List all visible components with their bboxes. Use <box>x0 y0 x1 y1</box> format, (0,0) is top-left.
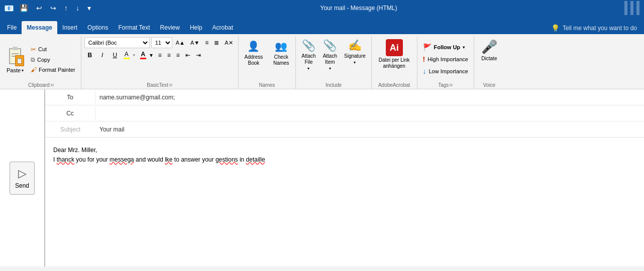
dictate-button[interactable]: 🎤 Dictate <box>477 37 501 63</box>
menu-help[interactable]: Help <box>185 21 207 34</box>
squiggle-lke: lke <box>165 156 172 163</box>
attach-file-button[interactable]: 📎 AttachFile ▾ <box>299 37 318 73</box>
adobe-group-label: AdobeAcrobat <box>378 81 410 88</box>
menu-options[interactable]: Options <box>82 21 113 34</box>
search-label[interactable]: Tell me what you want to do <box>563 25 637 32</box>
app-icon: 📧 <box>4 4 14 13</box>
check-names-button[interactable]: 👥 CheckNames <box>270 37 292 68</box>
subject-row: Subject Your mail <box>45 121 644 138</box>
align-right-btn[interactable]: ≡ <box>174 51 182 60</box>
menu-acrobat[interactable]: Acrobat <box>207 21 238 34</box>
down-quick-btn[interactable]: ↓ <box>73 3 82 13</box>
voice-content: 🎤 Dictate <box>477 37 501 81</box>
basic-text-group-label: BasicText ⧉ <box>147 81 172 88</box>
save-quick-btn[interactable]: 💾 <box>17 3 31 13</box>
body-mid1: you for your <box>74 156 110 163</box>
font-family-select[interactable]: Calibri (Boc <box>84 37 150 48</box>
low-importance-button[interactable]: ↓ Low Importance <box>420 66 471 76</box>
address-book-button[interactable]: 👤 AddressBook <box>242 37 266 68</box>
align-left-btn[interactable]: ≡ <box>156 51 164 60</box>
menu-format-text[interactable]: Format Text <box>113 21 155 34</box>
list-bullet-btn[interactable]: ≡ <box>203 38 210 47</box>
to-row: To <box>45 89 644 105</box>
follow-up-button[interactable]: 🚩 Follow Up ▾ <box>420 42 468 52</box>
ribbon-group-adobe: Ai Datei per Linkanhängen AdobeAcrobat <box>372 36 417 89</box>
address-book-icon: 👤 <box>247 39 261 53</box>
menu-file[interactable]: File <box>2 21 22 34</box>
signature-label: Signature <box>344 53 366 59</box>
body-line1: Dear Mrz. Miller, <box>53 146 636 155</box>
indent-increase-btn[interactable]: ⇥ <box>194 51 203 60</box>
bold-button[interactable]: B <box>84 51 95 60</box>
highlight-dropdown[interactable]: ▾ <box>131 52 137 58</box>
font-grow-btn[interactable]: A▲ <box>174 39 187 47</box>
names-content: 👤 AddressBook 👥 CheckNames <box>242 37 293 81</box>
basic-text-expand-icon[interactable]: ⧉ <box>169 83 172 88</box>
italic-button[interactable]: I <box>97 51 108 60</box>
font-shrink-btn[interactable]: A▼ <box>188 39 201 47</box>
menu-message[interactable]: Message <box>22 21 57 34</box>
align-center-btn[interactable]: ≡ <box>165 51 173 60</box>
paperclip-item-icon: 📎 <box>323 39 337 52</box>
clipboard-group-label: Clipboard ⧉ <box>28 81 54 88</box>
to-input[interactable] <box>95 92 644 103</box>
indent-decrease-btn[interactable]: ⇤ <box>183 51 192 60</box>
undo-quick-btn[interactable]: ↩ <box>34 3 45 13</box>
low-importance-label: Low Importance <box>429 68 468 74</box>
paste-button[interactable]: 📋 Paste ▾ <box>4 43 26 75</box>
arrow-down-importance-icon: ↓ <box>423 67 426 75</box>
ribbon: 📋 Paste ▾ ✂ Cut ⧉ Copy 🖌 Format <box>0 34 644 89</box>
email-body[interactable]: Dear Mrz. Miller, I thanck you for your … <box>45 138 644 173</box>
subject-value[interactable]: Your mail <box>95 124 644 135</box>
ribbon-group-names: 👤 AddressBook 👥 CheckNames Names <box>239 36 296 89</box>
squiggle-gestions: gestions <box>216 156 238 163</box>
adobe-attach-button[interactable]: Ai Datei per Linkanhängen <box>375 37 414 71</box>
voice-group-label: Voice <box>483 81 495 88</box>
title-bar: 📧 💾 ↩ ↪ ↑ ↓ ▾ Your mail - Message (HTML) <box>0 0 644 16</box>
signature-button[interactable]: ✍ Signature ▾ <box>342 37 368 67</box>
send-arrow-icon: ▷ <box>18 167 27 180</box>
attach-item-button[interactable]: 📎 AttachItem ▾ <box>320 37 340 73</box>
copy-button[interactable]: ⧉ Copy <box>28 55 78 64</box>
highlight-color-btn[interactable]: A <box>122 50 131 60</box>
include-content: 📎 AttachFile ▾ 📎 AttachItem ▾ ✍ Signatur… <box>299 37 368 81</box>
font-size-select[interactable]: 11 <box>151 37 172 48</box>
menu-review[interactable]: Review <box>155 21 185 34</box>
to-button[interactable]: To <box>45 91 95 104</box>
list-number-btn[interactable]: ≣ <box>212 38 221 47</box>
high-importance-button[interactable]: ! High Importance <box>420 54 471 64</box>
format-painter-button[interactable]: 🖌 Format Painter <box>28 65 78 74</box>
menu-insert[interactable]: Insert <box>57 21 82 34</box>
tags-expand-icon[interactable]: ⧉ <box>450 83 453 88</box>
cut-button[interactable]: ✂ Cut <box>28 45 78 54</box>
font-color-dropdown[interactable]: ▾ <box>148 51 155 60</box>
body-text-before: I <box>53 156 57 163</box>
up-quick-btn[interactable]: ↑ <box>62 3 70 13</box>
cc-input[interactable] <box>95 108 644 119</box>
cut-label: Cut <box>38 46 47 52</box>
underline-button[interactable]: U <box>110 51 121 60</box>
squiggle-detaille: detaille <box>246 156 265 163</box>
paste-dropdown-arrow[interactable]: ▾ <box>22 68 24 73</box>
signature-icon: ✍ <box>348 39 362 52</box>
tags-group-label: Tags ⧉ <box>438 81 453 88</box>
attach-item-dropdown[interactable]: ▾ <box>329 66 331 71</box>
clipboard-expand-icon[interactable]: ⧉ <box>51 83 54 88</box>
attach-file-dropdown[interactable]: ▾ <box>307 66 309 71</box>
scissors-icon: ✂ <box>31 46 36 53</box>
squiggle-thanck: thanck <box>57 156 74 163</box>
follow-up-dropdown[interactable]: ▾ <box>463 45 465 50</box>
clipboard-content: 📋 Paste ▾ ✂ Cut ⧉ Copy 🖌 Format <box>4 37 78 81</box>
stripe-3 <box>636 1 639 15</box>
send-button[interactable]: ▷ Send <box>10 162 35 195</box>
ribbon-group-include: 📎 AttachFile ▾ 📎 AttachItem ▾ ✍ Signatur… <box>296 36 372 89</box>
redo-quick-btn[interactable]: ↪ <box>48 3 59 13</box>
paintbrush-icon: 🖌 <box>31 66 37 73</box>
clear-format-btn[interactable]: A✕ <box>223 39 235 47</box>
more-quick-btn[interactable]: ▾ <box>85 3 93 13</box>
signature-dropdown[interactable]: ▾ <box>354 60 356 65</box>
font-color-btn[interactable]: A <box>139 50 148 60</box>
adobe-icon: Ai <box>386 39 403 56</box>
dictate-label: Dictate <box>481 56 497 61</box>
cc-button[interactable]: Cc <box>45 107 95 120</box>
